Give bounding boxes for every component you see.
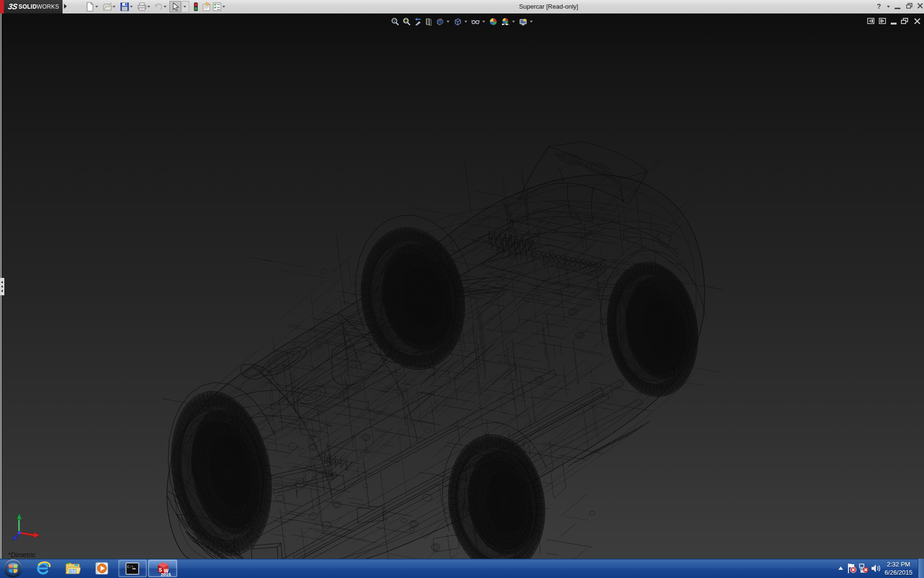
svg-text:C:\: C:\ (127, 565, 134, 569)
svg-text:2015: 2015 (161, 572, 171, 577)
